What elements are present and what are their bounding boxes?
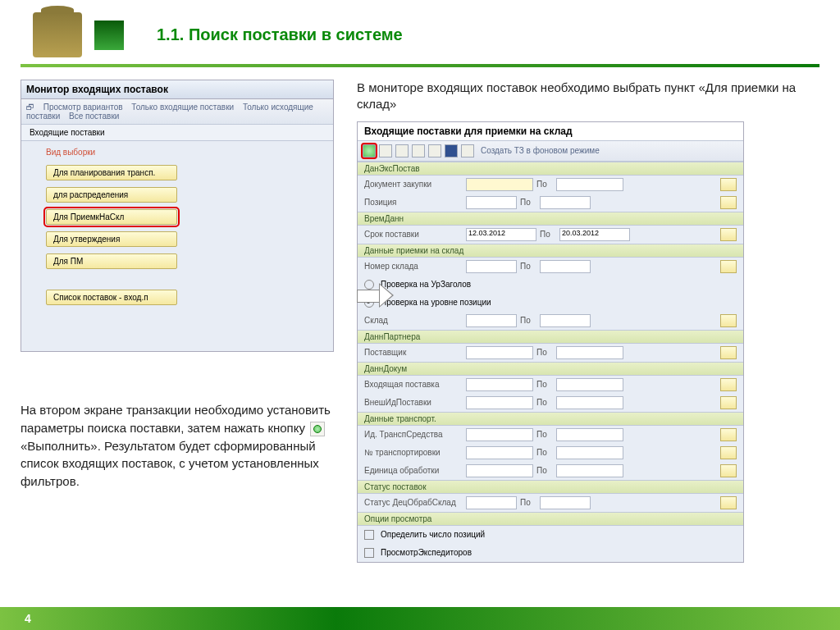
input[interactable]	[540, 314, 591, 327]
toolbar-item[interactable]: Просмотр вариантов	[43, 103, 123, 112]
toolbar-item[interactable]: Все поставки	[69, 112, 119, 121]
field-label: Номер склада	[364, 262, 463, 271]
toolbar-icon[interactable]	[445, 144, 458, 158]
btn-pm[interactable]: Для ПМ	[46, 253, 177, 269]
multi-select-button[interactable]	[720, 446, 737, 459]
input[interactable]	[556, 464, 623, 477]
field-label: Единица обработки	[364, 466, 463, 475]
field-label: Позиция	[364, 198, 463, 207]
toolbar-icon[interactable]	[395, 144, 409, 158]
intro-text: В мониторе входящих поставок необходимо …	[357, 80, 819, 113]
toolbar-item[interactable]: Только входящие поставки	[131, 103, 234, 112]
toolbar-icon[interactable]	[461, 144, 474, 158]
date-input-from[interactable]: 12.03.2012	[466, 228, 536, 241]
panel-title: Входящие поставки для приемки на склад	[358, 122, 743, 141]
input[interactable]	[556, 378, 623, 391]
btn-planning[interactable]: Для планирования трансп.	[46, 165, 177, 180]
input[interactable]	[556, 428, 623, 441]
field-label: Склад	[364, 316, 463, 325]
section-header: Данные транспорт.	[358, 413, 743, 426]
section-header: ДаннПартнера	[358, 331, 743, 344]
multi-select-button[interactable]	[720, 396, 737, 409]
input[interactable]	[466, 464, 533, 477]
page-footer: 4	[0, 607, 840, 630]
execute-icon[interactable]	[363, 144, 376, 158]
multi-select-button[interactable]	[720, 260, 737, 273]
input[interactable]	[466, 346, 533, 359]
btn-distribution[interactable]: для распределения	[46, 187, 177, 203]
multi-select-button[interactable]	[720, 314, 737, 327]
section-header: Статус поставок	[358, 481, 743, 494]
multi-select-button[interactable]	[720, 428, 737, 441]
checkbox-label: ПросмотрЭкспедиторов	[381, 548, 472, 557]
checkbox-view-forwarders[interactable]	[364, 548, 374, 558]
input[interactable]	[466, 446, 533, 459]
input[interactable]	[556, 396, 623, 409]
input[interactable]	[466, 496, 517, 509]
instruction-text: На втором экране транзакции необходимо у…	[21, 401, 349, 491]
multi-select-button[interactable]	[720, 378, 737, 391]
input[interactable]	[466, 396, 533, 409]
section-header: ВремДанн	[358, 212, 743, 226]
section-header: Опции просмотра	[358, 513, 743, 526]
window-title: Монитор входящих поставок	[21, 80, 333, 99]
multi-select-button[interactable]	[720, 496, 737, 509]
multi-select-button[interactable]	[720, 464, 737, 477]
date-input-to[interactable]: 20.03.2012	[559, 228, 630, 241]
checkbox-label: Определить число позиций	[381, 530, 485, 539]
monitor-toolbar: 🗗 Просмотр вариантов Только входящие пос…	[21, 99, 333, 125]
multi-select-button[interactable]	[720, 178, 737, 191]
input[interactable]	[556, 178, 623, 191]
input[interactable]	[466, 178, 533, 191]
input[interactable]	[466, 260, 517, 273]
toolbar-icon[interactable]	[428, 144, 441, 158]
monitor-window: Монитор входящих поставок 🗗 Просмотр вар…	[21, 80, 334, 352]
frame-label: Вид выборки	[46, 148, 308, 157]
field-label: Статус ДецОбрабСклад	[364, 498, 463, 507]
panel-toolbar: Создать ТЗ в фоновом режиме	[358, 141, 743, 162]
field-label: Ид. ТранспСредства	[364, 430, 463, 439]
crest-logo	[33, 12, 82, 57]
input[interactable]	[556, 446, 623, 459]
field-label: ВнешИдПоставки	[364, 398, 463, 407]
input[interactable]	[466, 314, 517, 327]
btn-receipt-warehouse[interactable]: Для ПриемкНаСкл	[46, 209, 177, 225]
brand-logo	[94, 21, 124, 50]
page-number: 4	[25, 612, 31, 625]
multi-select-button[interactable]	[720, 346, 737, 359]
input[interactable]	[466, 196, 517, 209]
input[interactable]	[556, 346, 623, 359]
toolbar-text[interactable]: Создать ТЗ в фоновом режиме	[481, 146, 600, 155]
field-label: Поставщик	[364, 348, 463, 357]
input[interactable]	[466, 378, 533, 391]
btn-approval[interactable]: Для утверждения	[46, 231, 177, 247]
field-label: № транспортировки	[364, 448, 463, 457]
arrow-icon	[357, 283, 398, 308]
tab-incoming[interactable]: Входящие поставки	[21, 125, 333, 141]
input[interactable]	[540, 196, 591, 209]
section-header: Данные приемки на склад	[358, 244, 743, 258]
field-label: Входящая поставка	[364, 380, 463, 389]
selection-screen: Входящие поставки для приемки на склад С…	[357, 121, 744, 563]
section-header: ДанЭксПостав	[358, 162, 743, 176]
input[interactable]	[466, 428, 533, 441]
input[interactable]	[540, 260, 591, 273]
btn-list-incoming[interactable]: Список поставок - вход.п	[46, 290, 177, 305]
input[interactable]	[540, 496, 591, 509]
toolbar-icon[interactable]	[379, 144, 392, 158]
multi-select-button[interactable]	[720, 228, 737, 241]
field-label: Срок поставки	[364, 230, 463, 239]
slide-title: 1.1. Поиск поставки в системе	[157, 25, 403, 44]
section-header: ДаннДокум	[358, 363, 743, 376]
divider	[21, 64, 819, 67]
field-label: Документ закупки	[364, 180, 463, 189]
toolbar-icon[interactable]	[412, 144, 425, 158]
checkbox-count-positions[interactable]	[364, 530, 374, 540]
multi-select-button[interactable]	[720, 196, 737, 209]
execute-icon	[310, 422, 325, 436]
